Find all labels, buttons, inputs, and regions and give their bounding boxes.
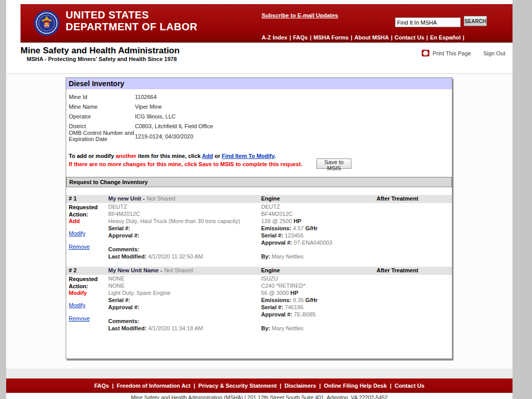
district-label: District: [69, 123, 135, 129]
footer-separator: |: [319, 383, 321, 389]
serial-value: 746196: [285, 304, 304, 310]
footer-contact-us[interactable]: Contact Us: [395, 383, 424, 389]
serial-label: Serial #:: [108, 297, 130, 303]
save-warning-text: If there are no more changes for this mi…: [69, 161, 302, 167]
request-to-change-inventory-header: Request to Change Inventory: [66, 177, 452, 187]
unit-model: BF4M2012C: [108, 211, 260, 217]
unit-serial-line: Serial #:: [108, 297, 260, 304]
nav-faqs[interactable]: FAQs: [293, 34, 308, 41]
unit-last-modified-line: Last Modified: 4/1/2020 11:32:50 AM: [108, 253, 260, 260]
engine-column-header: Engine: [261, 267, 280, 273]
engine-power-line: 56 @ 3000 HP: [261, 290, 376, 296]
approval-label: Approval #:: [108, 232, 140, 238]
item-2-header: # 2 My New Unit Name -Not Shared Engine …: [66, 267, 452, 275]
remove-link[interactable]: Remove: [69, 244, 107, 250]
footer-foia[interactable]: Freedom of Information Act: [117, 383, 191, 389]
agency-name: UNITED STATES DEPARTMENT OF LABOR: [66, 9, 198, 33]
serial-label: Serial #:: [261, 304, 283, 310]
nav-contact-us[interactable]: Contact Us: [395, 34, 424, 41]
footer-privacy[interactable]: Privacy & Security Statement: [198, 383, 277, 389]
last-modified-value: 4/1/2020 11:34:18 AM: [148, 325, 203, 331]
unit-serial-line: Serial #:: [108, 225, 260, 232]
approval-value: 07-ENA040003: [294, 240, 332, 246]
utility-links: Print This Page Sign Out: [422, 50, 505, 56]
power-value: 56 @ 3000: [261, 290, 289, 296]
footer-faqs[interactable]: FAQs: [94, 383, 109, 389]
mine-name-label: Mine Name: [69, 104, 135, 110]
last-modified-label: Last Modified:: [108, 325, 147, 331]
nav-en-espanol[interactable]: En Español: [430, 34, 461, 41]
nav-separator: |: [351, 34, 352, 41]
dol-seal-icon: [33, 10, 60, 36]
footer-separator: |: [193, 383, 195, 389]
power-unit: HP: [290, 290, 298, 296]
nav-separator: |: [391, 34, 392, 41]
msha-tagline: MSHA - Protecting Miners' Safety and Hea…: [27, 56, 177, 62]
diesel-inventory-panel: Diesel Inventory Mine Id 1102664 Mine Na…: [66, 77, 452, 359]
instr-highlight: another: [115, 153, 136, 159]
subscribe-email-link[interactable]: Subscribe to E-mail Updates: [262, 12, 338, 18]
serial-label: Serial #:: [108, 225, 130, 231]
engine-by-line: By: Mary Nettles: [261, 325, 376, 332]
approval-label: Approval #:: [108, 304, 140, 310]
engine-by-line: By: Mary Nettles: [261, 253, 376, 260]
unit-approval-line: Approval #:: [108, 232, 260, 239]
emissions-label: Emissions:: [261, 225, 291, 231]
emissions-unit: G/Hr: [305, 297, 318, 303]
site-header: UNITED STATES DEPARTMENT OF LABOR Subscr…: [21, 4, 513, 43]
print-this-page-link[interactable]: Print This Page: [432, 50, 471, 56]
engine-make: DEUTZ: [261, 204, 376, 210]
last-modified-label: Last Modified:: [108, 253, 147, 260]
shared-status: Not Shared: [164, 267, 193, 273]
engine-emissions-line: Emissions: 9.35 G/Hr: [261, 297, 376, 304]
agency-line1: UNITED STATES: [66, 9, 198, 21]
instr-text: To add or modify: [69, 153, 115, 159]
nav-about-msha[interactable]: About MSHA: [354, 34, 389, 41]
remove-link[interactable]: Remove: [69, 315, 107, 322]
by-label: By:: [261, 253, 270, 260]
engine-serial-line: Serial #: 123456: [261, 232, 376, 239]
unit-type: Heavy Duty, Haul Truck (More than 30 ton…: [108, 218, 260, 225]
power-unit: HP: [293, 218, 301, 224]
unit-approval-line: Approval #:: [108, 304, 260, 311]
engine-model: BF4M2012C: [261, 211, 376, 217]
footer-separator: |: [280, 383, 281, 389]
footer-address: Mine Safety and Health Administration (M…: [6, 394, 513, 399]
by-value: Mary Nettles: [272, 253, 304, 260]
unit-name: My New Unit Name -Not Shared: [108, 267, 193, 273]
district-value: C0803, Litchfield IL Field Office: [135, 123, 340, 129]
footer-nav: FAQs|Freedom of Information Act|Privacy …: [6, 378, 513, 393]
unit-comments-line: Comments:: [108, 318, 260, 325]
search-input[interactable]: [395, 17, 461, 27]
approval-value: 7E-B085: [294, 311, 316, 317]
requested-action-label: Requested Action:: [69, 275, 106, 290]
save-to-msis-button[interactable]: Save to MSIS: [317, 158, 351, 169]
modify-link[interactable]: Modify: [69, 302, 107, 309]
omb-label: OMB Control Number and Expiration Date: [69, 130, 135, 142]
find-item-to-modify-link[interactable]: Find Item To Modify: [222, 153, 274, 159]
engine-make: ISUZU: [261, 275, 376, 282]
emissions-unit: G/Hr: [305, 225, 318, 231]
engine-power-line: 138 @ 2500 HP: [261, 218, 376, 225]
requested-action-label: Requested Action:: [69, 204, 106, 218]
item-number: # 1: [69, 195, 76, 202]
nav-msha-forms[interactable]: MSHA Forms: [313, 34, 349, 41]
modify-link[interactable]: Modify: [69, 230, 107, 237]
nav-separator: |: [310, 34, 311, 41]
sign-out-link[interactable]: Sign Out: [483, 50, 505, 56]
engine-column-header: Engine: [261, 195, 280, 202]
shared-status: Not Shared: [147, 195, 175, 202]
add-link[interactable]: Add: [202, 153, 213, 159]
footer-help-desk[interactable]: Online Filing Help Desk: [324, 383, 387, 389]
inventory-item-2: # 2 My New Unit Name -Not Shared Engine …: [66, 267, 452, 338]
search-button[interactable]: SEARCH: [464, 16, 487, 26]
after-treatment-column-header: After Treatment: [377, 195, 418, 202]
nav-az-index[interactable]: A-Z Index: [262, 34, 287, 41]
unit-type: Light Duty, Spare Engine: [108, 290, 260, 296]
instr-text: or: [213, 153, 222, 159]
page: UNITED STATES DEPARTMENT OF LABOR Subscr…: [6, 0, 513, 399]
unit-name-text: My New Unit Name -: [108, 267, 162, 273]
footer-disclaimers[interactable]: Disclaimers: [284, 383, 316, 389]
footer-separator: |: [390, 383, 391, 389]
comments-label: Comments:: [108, 246, 140, 252]
